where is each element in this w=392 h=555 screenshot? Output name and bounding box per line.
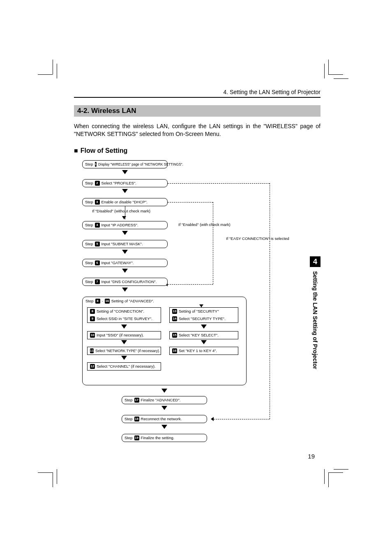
step-16-row: 16Set "KEY 1 to KEY 4". bbox=[170, 347, 238, 355]
step-7-box: Step 7 Input "DNS CONFIGURATION". bbox=[82, 278, 168, 286]
arrow-down-icon bbox=[122, 250, 128, 254]
arrow-icon bbox=[211, 417, 214, 421]
step-text: Input "SUBNET MASK". bbox=[101, 242, 143, 246]
arrow-down-icon bbox=[161, 406, 167, 410]
chapter-header: 4. Setting the LAN Setting of Projector bbox=[74, 89, 321, 98]
connection-block: 8Setting of "CONNECTION". 9Select SSID i… bbox=[87, 307, 161, 323]
security-block: 13Setting of "SECURITY" 14Select "SECURI… bbox=[169, 307, 238, 323]
step-14-row: 14Select "SECURITY TYPE". bbox=[170, 315, 238, 322]
step-text: Select "CHANNEL" (if necessary). bbox=[97, 364, 155, 368]
step-number-badge: 3 bbox=[95, 200, 100, 205]
step-text: Finalize the setting. bbox=[141, 435, 175, 440]
step-1-box: Step 1 Display "WIRELESS" page of "NETWO… bbox=[82, 160, 168, 168]
connector-dashed bbox=[168, 284, 213, 285]
step-label: Step bbox=[85, 200, 93, 204]
crop-mark bbox=[57, 469, 57, 484]
arrow-down-icon bbox=[122, 216, 126, 219]
step-number-badge: 18 bbox=[134, 417, 139, 421]
step-label: Step bbox=[85, 223, 93, 227]
flow-diagram: If "EASY CONNECTION" is selected Step 1 … bbox=[74, 160, 321, 448]
arrow-down-icon bbox=[122, 269, 128, 273]
advanced-header: Step 8 - 16 Setting of "ADVANCED". bbox=[85, 299, 154, 304]
step-text: Setting of "CONNECTION". bbox=[97, 309, 144, 313]
step-2-box: Step 2 Select "PROFILES". bbox=[82, 179, 168, 187]
arrow-down-icon bbox=[201, 340, 207, 344]
step-label: Step bbox=[125, 435, 133, 440]
step-4-box: Step 4 Input "IP ADDRESS". bbox=[82, 221, 168, 229]
step-15-row: 15Select "KEY SELECT". bbox=[170, 332, 238, 339]
step-text: Select "NETWORK TYPE" (if necessary). bbox=[95, 349, 160, 353]
step-text: Input "GATEWAY". bbox=[101, 260, 134, 265]
crop-mark bbox=[38, 74, 53, 75]
crop-mark bbox=[324, 64, 325, 78]
step-number-badge: 11 bbox=[90, 348, 94, 353]
connector-dashed bbox=[270, 239, 270, 419]
arrow-down-icon bbox=[201, 325, 207, 329]
arrow-down-icon bbox=[122, 288, 128, 292]
step-number-badge: 15 bbox=[172, 333, 177, 338]
arrow-down-icon bbox=[122, 231, 128, 235]
step-text: Finalize "ADVANCED". bbox=[141, 398, 181, 402]
step-11-block: 11Select "NETWORK TYPE" (if necessary). bbox=[87, 347, 161, 355]
step-number-badge: 16 bbox=[105, 299, 110, 304]
step-11-row: 11Select "NETWORK TYPE" (if necessary). bbox=[88, 347, 161, 355]
connector-dashed bbox=[168, 202, 213, 203]
step-text: Select SSID in "SITE SURVEY". bbox=[97, 316, 152, 321]
chapter-tab-label: Setting the LAN Setting of Projector bbox=[310, 271, 321, 398]
crop-mark bbox=[38, 472, 53, 473]
page-content: 4. Setting the LAN Setting of Projector … bbox=[74, 89, 321, 448]
step-text: Input "IP ADDRESS". bbox=[101, 223, 138, 227]
connector-dashed bbox=[270, 183, 270, 239]
step-text: Display "WIRELESS" page of "NETWORK SETT… bbox=[98, 162, 183, 166]
step-number-badge: 14 bbox=[172, 316, 177, 321]
arrow-down-icon bbox=[121, 356, 127, 360]
step-number-badge: 17 bbox=[134, 398, 139, 403]
intro-paragraph: When connecting the wireless LAN, config… bbox=[74, 122, 321, 138]
arrow-down-icon bbox=[199, 304, 203, 307]
crop-mark bbox=[57, 64, 57, 78]
step-number-badge: 16 bbox=[172, 348, 177, 353]
crop-mark bbox=[328, 60, 329, 74]
step-number-badge: 8 bbox=[90, 309, 95, 314]
step-number-badge: 6 bbox=[95, 260, 100, 265]
arrow-down-icon bbox=[161, 425, 167, 429]
step-text: Reconnect the network. bbox=[141, 417, 182, 421]
step-17-box: Step 17 Finalize "ADVANCED". bbox=[122, 396, 207, 404]
step-number-badge: 5 bbox=[95, 242, 100, 246]
arrow-down-icon bbox=[122, 170, 128, 174]
step-text: Input "SSID" (if necessary). bbox=[97, 333, 144, 337]
crop-mark bbox=[53, 60, 53, 74]
step-label: Step bbox=[85, 242, 93, 246]
step-label: Step bbox=[85, 299, 94, 303]
step-16-block: 16Set "KEY 1 to KEY 4". bbox=[169, 347, 238, 355]
subsection-title-text: Flow of Setting bbox=[81, 147, 128, 154]
step-number-badge: 2 bbox=[95, 181, 100, 186]
crop-mark bbox=[324, 469, 325, 484]
crop-mark bbox=[334, 78, 348, 79]
step-13-row: 13Setting of "SECURITY" bbox=[170, 308, 238, 315]
step-10-row: 10Input "SSID" (if necessary). bbox=[88, 332, 161, 339]
step-text: Select "KEY SELECT". bbox=[179, 333, 219, 337]
step-9-row: 9Select SSID in "SITE SURVEY". bbox=[88, 315, 161, 322]
section-title: 4-2. Wireless LAN bbox=[74, 105, 321, 117]
range-dash: - bbox=[102, 299, 103, 303]
step-label: Step bbox=[85, 260, 93, 265]
connector-dashed bbox=[168, 183, 270, 184]
crop-mark bbox=[334, 469, 348, 470]
step-5-box: Step 5 Input "SUBNET MASK". bbox=[82, 240, 168, 248]
step-6-box: Step 6 Input "GATEWAY". bbox=[82, 259, 168, 267]
step-number-badge: 8 bbox=[95, 299, 100, 304]
step-12-row: 12Select "CHANNEL" (if necessary). bbox=[88, 363, 161, 370]
step-number-badge: 19 bbox=[134, 435, 139, 440]
step-text: Setting of "ADVANCED". bbox=[111, 299, 154, 303]
arrow-down-icon bbox=[121, 340, 127, 344]
subsection-title: ■Flow of Setting bbox=[74, 147, 321, 154]
step-number-badge: 7 bbox=[95, 279, 100, 284]
step-number-badge: 13 bbox=[172, 309, 177, 314]
step-8-row: 8Setting of "CONNECTION". bbox=[88, 308, 161, 315]
step-number-badge: 1 bbox=[95, 162, 97, 167]
arrow-down-icon bbox=[121, 325, 127, 329]
step-number-badge: 10 bbox=[90, 333, 95, 338]
connector-dashed bbox=[214, 419, 270, 419]
step-text: Select "PROFILES". bbox=[101, 181, 136, 185]
